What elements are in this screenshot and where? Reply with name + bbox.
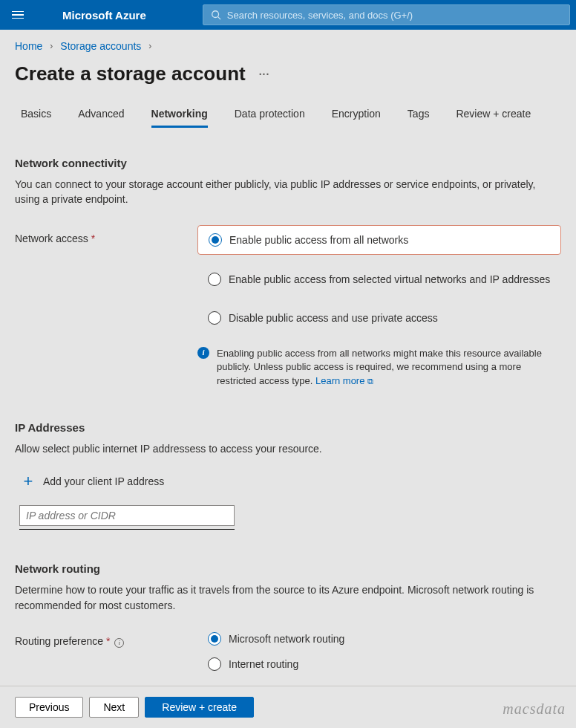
info-icon: i xyxy=(197,347,209,359)
radio-label: Enable public access from selected virtu… xyxy=(229,273,550,285)
radio-enable-all-networks[interactable]: Enable public access from all networks xyxy=(197,225,561,255)
ip-address-input[interactable] xyxy=(19,505,235,526)
radio-icon xyxy=(208,657,221,671)
svg-line-1 xyxy=(217,17,220,20)
routing-preference-field: Routing preference * i Microsoft network… xyxy=(15,632,561,671)
wizard-tabs: Basics Advanced Networking Data protecti… xyxy=(15,108,561,129)
page-content: Home › Storage accounts › Create a stora… xyxy=(0,30,576,671)
learn-more-link[interactable]: Learn more ⧉ xyxy=(315,375,373,386)
section-desc-ip-addresses: Allow select public internet IP addresse… xyxy=(15,441,549,456)
section-title-network-routing: Network routing xyxy=(15,562,561,575)
radio-internet-routing[interactable]: Internet routing xyxy=(197,657,355,671)
input-underline xyxy=(19,529,235,530)
more-actions-icon[interactable]: ··· xyxy=(259,68,270,80)
tab-tags[interactable]: Tags xyxy=(408,108,430,128)
review-create-button[interactable]: Review + create xyxy=(145,697,254,718)
radio-microsoft-routing[interactable]: Microsoft network routing xyxy=(197,632,355,646)
global-search[interactable] xyxy=(203,4,570,25)
previous-button[interactable]: Previous xyxy=(15,697,83,718)
section-title-network-connectivity: Network connectivity xyxy=(15,157,561,169)
search-input[interactable] xyxy=(227,10,562,21)
plus-icon: + xyxy=(21,474,36,489)
section-desc-network-routing: Determine how to route your traffic as i… xyxy=(15,582,549,613)
page-title-text: Create a storage account xyxy=(15,62,246,85)
radio-enable-selected-networks[interactable]: Enable public access from selected virtu… xyxy=(197,265,561,293)
section-title-ip-addresses: IP Addresses xyxy=(15,421,561,434)
search-icon xyxy=(211,10,221,20)
radio-label: Enable public access from all networks xyxy=(229,234,408,246)
breadcrumb: Home › Storage accounts › xyxy=(15,40,561,52)
add-client-ip-button[interactable]: + Add your client IP address xyxy=(21,474,561,489)
external-link-icon: ⧉ xyxy=(367,377,373,386)
network-access-field: Network access * Enable public access fr… xyxy=(15,225,561,389)
next-button[interactable]: Next xyxy=(89,697,139,718)
hamburger-menu-icon[interactable] xyxy=(6,3,30,27)
chevron-right-icon: › xyxy=(148,41,151,51)
radio-icon xyxy=(208,632,221,646)
chevron-right-icon: › xyxy=(50,41,53,51)
info-icon[interactable]: i xyxy=(114,638,124,648)
add-client-ip-label: Add your client IP address xyxy=(43,475,164,487)
routing-preference-label: Routing preference * i xyxy=(15,632,190,648)
radio-label: Internet routing xyxy=(229,658,298,670)
radio-label: Disable public access and use private ac… xyxy=(229,312,438,324)
tab-encryption[interactable]: Encryption xyxy=(332,108,381,128)
tab-data-protection[interactable]: Data protection xyxy=(235,108,305,128)
watermark: macsdata xyxy=(503,701,566,718)
tab-review-create[interactable]: Review + create xyxy=(456,108,531,128)
tab-basics[interactable]: Basics xyxy=(21,108,51,128)
breadcrumb-storage-accounts[interactable]: Storage accounts xyxy=(60,40,141,52)
radio-icon xyxy=(209,233,222,247)
radio-disable-public-access[interactable]: Disable public access and use private ac… xyxy=(197,304,561,332)
breadcrumb-home[interactable]: Home xyxy=(15,40,42,52)
wizard-footer: Previous Next Review + create xyxy=(0,686,576,728)
radio-label: Microsoft network routing xyxy=(229,633,344,645)
tab-networking[interactable]: Networking xyxy=(151,108,208,128)
brand-label: Microsoft Azure xyxy=(62,9,146,22)
routing-radio-group: Microsoft network routing Internet routi… xyxy=(197,632,355,671)
section-desc-network-connectivity: You can connect to your storage account … xyxy=(15,177,549,207)
svg-point-0 xyxy=(212,11,219,18)
info-text: Enabling public access from all networks… xyxy=(217,348,542,387)
info-message-public-access: i Enabling public access from all networ… xyxy=(197,347,561,389)
tab-advanced[interactable]: Advanced xyxy=(78,108,124,128)
network-access-label: Network access * xyxy=(15,225,190,244)
page-title: Create a storage account ··· xyxy=(15,62,561,85)
radio-icon xyxy=(208,311,221,325)
network-access-radio-group: Enable public access from all networks E… xyxy=(197,225,561,389)
radio-icon xyxy=(208,273,221,286)
top-bar: Microsoft Azure xyxy=(0,0,576,30)
